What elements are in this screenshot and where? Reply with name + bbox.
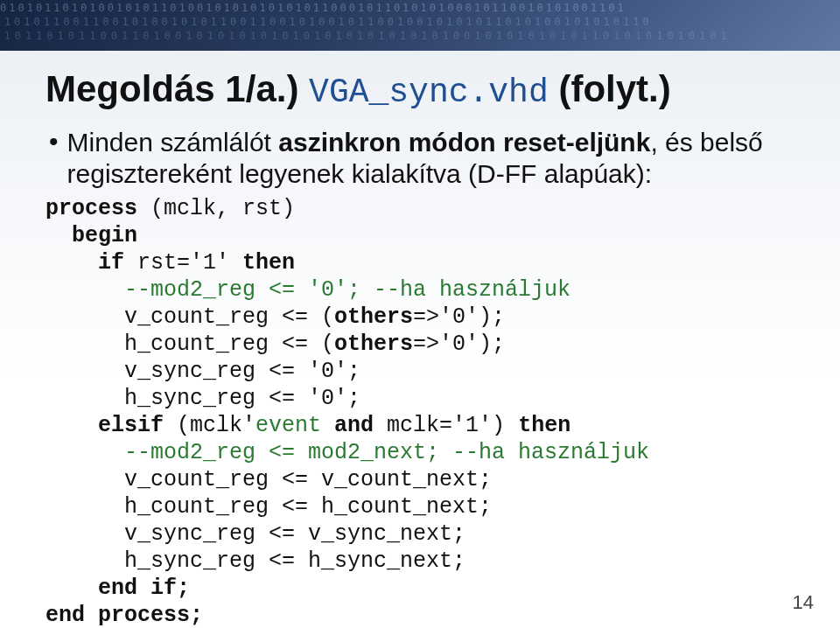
kw-and: and (334, 413, 374, 438)
kw-event: event (256, 413, 334, 438)
kw-endprocess: end process; (46, 603, 203, 628)
comment-1: --mod2_reg <= '0'; --ha használjuk (46, 277, 570, 303)
slide: 0110110101100110100101010101010101010101… (0, 0, 840, 628)
title-part2: (folyt.) (549, 68, 671, 109)
bullet-item: • Minden számlálót aszinkron módon reset… (49, 127, 794, 190)
slide-title: Megoldás 1/a.) VGA_sync.vhd (folyt.) (46, 68, 794, 111)
code-l08: h_sync_reg <= '0'; (46, 386, 360, 411)
kw-endif: end if; (46, 576, 190, 601)
code-l13: v_sync_reg <= v_sync_next; (46, 521, 466, 547)
code-l09e: mclk='1') (374, 413, 518, 438)
code-block: process (mclk, rst) begin if rst='1' the… (46, 195, 794, 628)
code-l05a: v_count_reg <= ( (46, 304, 334, 330)
kw-then1: then (242, 250, 295, 276)
kw-elsif: elsif (46, 413, 164, 438)
code-l06a: h_count_reg <= ( (46, 331, 334, 357)
kw-if: if (46, 250, 124, 276)
bullet-text: Minden számlálót aszinkron módon reset-e… (67, 127, 794, 190)
kw-then2: then (518, 413, 570, 438)
code-l01b: (mclk, rst) (137, 196, 295, 221)
code-l11: v_count_reg <= v_count_next; (46, 467, 492, 492)
code-l03b: rst='1' (124, 250, 242, 276)
kw-others1: others (334, 304, 413, 330)
title-part1: Megoldás 1/a.) (46, 68, 309, 109)
slide-content: Megoldás 1/a.) VGA_sync.vhd (folyt.) • M… (46, 68, 794, 628)
bullet-prefix: Minden számlálót (67, 128, 279, 157)
page-number: 14 (793, 591, 814, 614)
header-banner: 0110110101100110100101010101010101010101… (0, 0, 840, 51)
title-filename: VGA_sync.vhd (309, 73, 549, 111)
code-l07: v_sync_reg <= '0'; (46, 359, 360, 384)
code-l09b: (mclk' (164, 413, 256, 438)
code-l05c: =>'0'); (413, 304, 505, 330)
code-l06c: =>'0'); (413, 331, 505, 357)
kw-others2: others (334, 331, 413, 357)
kw-process: process (46, 196, 137, 221)
code-l14: h_sync_reg <= h_sync_next; (46, 548, 466, 574)
bullet-bold: aszinkron módon reset-eljünk (278, 128, 650, 157)
bullet-dot-icon: • (49, 127, 59, 157)
code-l12: h_count_reg <= h_count_next; (46, 494, 492, 520)
banner-decoration: 0110110101100110100101010101010101010101… (0, 30, 840, 42)
comment-2: --mod2_reg <= mod2_next; --ha használjuk (46, 440, 649, 465)
kw-begin: begin (46, 223, 137, 248)
